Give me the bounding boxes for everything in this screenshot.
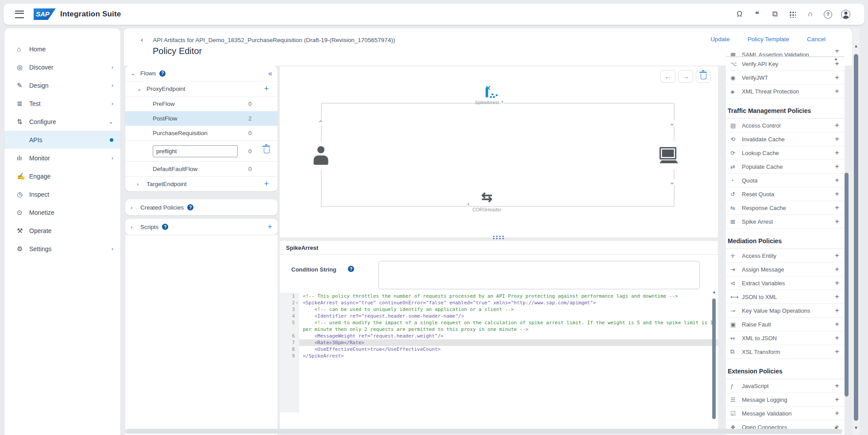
add-policy-icon[interactable]: + bbox=[831, 203, 843, 212]
created-policies-panel[interactable]: › Created Policies ? bbox=[125, 199, 278, 215]
documents-icon[interactable]: ⧉ bbox=[768, 8, 782, 21]
fold-marker-icon[interactable] bbox=[295, 319, 299, 333]
policy-item-message-validation[interactable]: ☑ Message Validation + bbox=[726, 407, 845, 420]
policy-item-extract-variables[interactable]: ⊲ Extract Variables + bbox=[726, 276, 845, 290]
policy-item-populate-cache[interactable]: ⇄ Populate Cache + bbox=[726, 160, 845, 174]
add-policy-icon[interactable]: + bbox=[831, 148, 843, 157]
add-policy-icon[interactable]: + bbox=[831, 121, 843, 130]
add-policy-icon[interactable]: + bbox=[831, 347, 843, 356]
policy-item-quota[interactable]: ◔ Quota + bbox=[726, 174, 845, 187]
policy-item-verify-jwt[interactable]: ◉ VerifyJWT + bbox=[726, 71, 845, 85]
scroll-up-icon[interactable]: ▲ bbox=[712, 290, 716, 294]
fold-marker-icon[interactable] bbox=[295, 313, 299, 319]
fold-marker-icon[interactable] bbox=[295, 333, 299, 339]
app-switcher-icon[interactable] bbox=[785, 8, 800, 21]
policy-item-verify-api-key[interactable]: ⌥ Verify API Key + bbox=[726, 57, 845, 71]
code-line-6[interactable]: 6 <MessageWeight ref="request.header.wei… bbox=[280, 333, 718, 339]
corsheader-node[interactable]: ⇆ CORSHeader bbox=[460, 190, 513, 212]
flows-row-postflow[interactable]: PostFlow 2 bbox=[125, 111, 278, 126]
add-policy-icon[interactable]: + bbox=[831, 320, 843, 329]
policies-section-mediation[interactable]: Mediation Policies bbox=[726, 229, 845, 249]
chevron-right-icon[interactable]: › bbox=[137, 181, 147, 187]
add-flow-icon[interactable]: + bbox=[261, 84, 272, 93]
add-flow-icon[interactable]: + bbox=[261, 179, 272, 189]
add-script-icon[interactable]: + bbox=[267, 222, 272, 232]
add-policy-icon[interactable]: + bbox=[831, 87, 843, 96]
update-button[interactable]: Update bbox=[710, 36, 730, 43]
help-icon[interactable]: ? bbox=[187, 204, 193, 210]
sidebar-item-settings[interactable]: ⚙ Settings › bbox=[4, 240, 120, 258]
sidebar-item-monitor[interactable]: ılı Monitor › bbox=[4, 149, 120, 167]
add-policy-icon[interactable]: + bbox=[831, 334, 843, 342]
target-server-node[interactable] bbox=[656, 141, 682, 169]
add-policy-icon[interactable]: + bbox=[831, 279, 843, 287]
add-policy-icon[interactable]: + bbox=[831, 381, 843, 390]
flows-row-targetendpoint[interactable]: › TargetEndpoint + bbox=[125, 176, 278, 191]
fold-marker-icon[interactable] bbox=[295, 346, 299, 353]
flows-header[interactable]: ⌄ Flows ? « bbox=[125, 66, 278, 82]
condition-string-input[interactable] bbox=[378, 261, 700, 289]
flow-name-input[interactable] bbox=[153, 145, 238, 157]
fold-marker-icon[interactable]: ▾ bbox=[295, 299, 299, 306]
code-line-3[interactable]: 3 <!-- can be used to uniquely identify … bbox=[280, 306, 718, 313]
scroll-down-icon[interactable]: ▼ bbox=[854, 425, 858, 430]
policy-item-saml-assertion-validation[interactable]: ▩ SAML Assertion Validation + bbox=[726, 50, 845, 57]
fold-marker-icon[interactable] bbox=[295, 306, 299, 313]
policy-item-reset-quota[interactable]: ↺ Reset Quota + bbox=[726, 187, 845, 201]
client-node[interactable] bbox=[310, 142, 332, 170]
code-line-4[interactable]: 4 <Identifier ref="request.header.some-h… bbox=[280, 313, 718, 319]
code-line-9[interactable]: 9 </SpikeArrest> bbox=[280, 353, 718, 359]
xml-code-editor[interactable]: 1 <!-- This policy throttles the number … bbox=[280, 293, 718, 412]
code-line-2[interactable]: 2 ▾ <SpikeArrest async="true" continueOn… bbox=[280, 299, 718, 306]
policy-item-response-cache[interactable]: ⇆ Response Cache + bbox=[726, 201, 845, 215]
policy-item-access-entity[interactable]: ✛ Access Entity + bbox=[726, 249, 845, 263]
flows-row-proxyendpoint[interactable]: ⌄ ProxyEndpoint + bbox=[125, 82, 278, 97]
chevron-down-icon[interactable]: ⌄ bbox=[131, 70, 140, 77]
add-policy-icon[interactable]: + bbox=[831, 162, 843, 171]
panel-resize-grip[interactable] bbox=[492, 235, 505, 240]
help-icon[interactable]: ? bbox=[348, 266, 354, 272]
add-policy-icon[interactable]: + bbox=[831, 292, 843, 301]
horizontal-scrollbar[interactable] bbox=[125, 429, 842, 434]
sap-logo[interactable]: SAP bbox=[34, 8, 56, 20]
add-policy-icon[interactable]: + bbox=[831, 251, 843, 260]
fold-marker-icon[interactable] bbox=[295, 293, 299, 299]
code-line-7[interactable]: 7 <Rate>30pm</Rate> bbox=[280, 339, 718, 346]
sidebar-item-discover[interactable]: ◎ Discover › bbox=[4, 58, 120, 76]
policy-item-assign-message[interactable]: ⇥ Assign Message + bbox=[726, 263, 845, 276]
code-line-1[interactable]: 1 <!-- This policy throttles the number … bbox=[280, 293, 718, 299]
sidebar-item-inspect[interactable]: ◷ Inspect bbox=[4, 185, 120, 203]
code-line-8[interactable]: 8 <UseEffectiveCount>true</UseEffectiveC… bbox=[280, 346, 718, 353]
flows-row-preflow[interactable]: PreFlow 0 bbox=[125, 97, 278, 111]
add-policy-icon[interactable]: + bbox=[831, 176, 843, 185]
policy-item-invalidate-cache[interactable]: ⟲ Invalidate Cache + bbox=[726, 132, 845, 146]
page-scrollbar-thumb[interactable] bbox=[854, 54, 858, 421]
chevron-right-icon[interactable]: › bbox=[131, 204, 140, 211]
feedback-icon[interactable]: ❝ bbox=[750, 8, 764, 21]
flows-row-purchaserequisition[interactable]: PurchaseRequisition 0 bbox=[125, 126, 278, 141]
editor-scrollbar-thumb[interactable] bbox=[712, 299, 716, 419]
help-icon[interactable]: ? bbox=[821, 8, 835, 21]
policy-item-json-to-xml[interactable]: ⟷ JSON to XML + bbox=[726, 290, 845, 304]
profile-avatar-icon[interactable] bbox=[838, 8, 853, 21]
menu-icon[interactable] bbox=[15, 11, 24, 18]
sidebar-item-monetize[interactable]: ⊙ Monetize bbox=[4, 203, 120, 221]
policy-template-button[interactable]: Policy Template bbox=[748, 36, 789, 43]
policy-item-access-control[interactable]: ▤ Access Control + bbox=[726, 119, 845, 132]
policy-item-javascript[interactable]: ƒ JavaScript + bbox=[726, 379, 845, 393]
spikearrest-node[interactable]: ✕ SpikeArrest bbox=[460, 89, 513, 105]
chevron-down-icon[interactable]: ⌄ bbox=[137, 85, 147, 92]
sidebar-item-operate[interactable]: ⚒ Operate bbox=[4, 221, 120, 240]
flow-canvas[interactable]: ← → ⌃ › ⌄ ⌄ ‹ ✕ SpikeArrest ⇆ CORSHeader bbox=[280, 66, 718, 237]
scripts-panel[interactable]: › Scripts ? + bbox=[125, 219, 278, 235]
collapse-panel-icon[interactable]: « bbox=[268, 70, 272, 78]
code-line-5[interactable]: 5 <!-- used to modify the impact of a si… bbox=[280, 319, 718, 333]
add-policy-icon[interactable]: + bbox=[831, 135, 843, 144]
policy-item-spike-arrest[interactable]: ⊠ Spike Arrest + bbox=[726, 215, 845, 229]
redo-button[interactable]: → bbox=[678, 70, 693, 83]
policies-section-traffic-management[interactable]: Traffic Management Policies bbox=[726, 98, 845, 119]
policy-item-xml-threat-protection[interactable]: ◈ XML Threat Protection + bbox=[726, 85, 845, 98]
sidebar-item-configure[interactable]: ⇅ Configure ⌄ bbox=[4, 113, 120, 131]
flows-row-preflight[interactable]: 0 bbox=[125, 141, 278, 162]
policy-item-xml-to-json[interactable]: ↭ XML to JSON + bbox=[726, 331, 845, 345]
